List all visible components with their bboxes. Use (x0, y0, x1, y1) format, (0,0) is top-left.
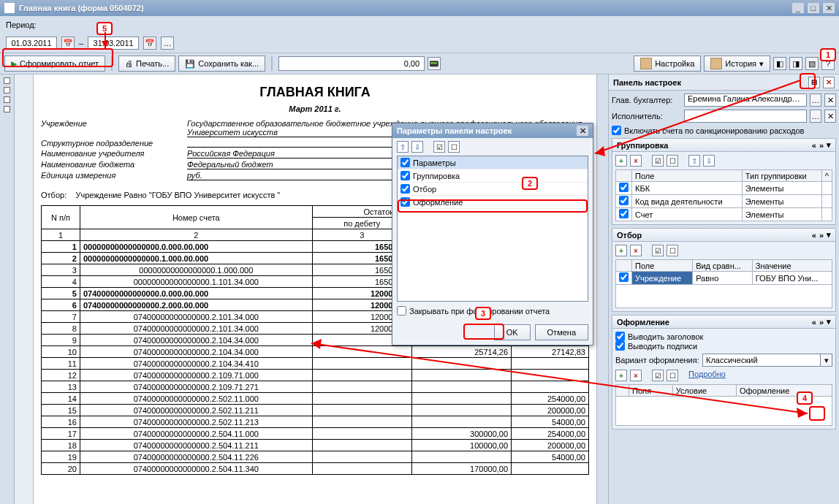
table-row[interactable]: 1407400000000000000.2.502.11.000254000,0… (42, 393, 589, 405)
include-sanc-checkbox[interactable] (612, 126, 621, 135)
table-row[interactable]: 1207400000000000000.2.109.71.000 (42, 370, 589, 381)
grouping-row[interactable]: Код вида деятельностиЭлементы (616, 195, 832, 208)
dialog-list-item[interactable]: Группировка (398, 169, 588, 183)
toolbar-extra-2[interactable]: ◨ (789, 57, 802, 70)
appearance-add-button[interactable]: + (615, 370, 627, 381)
filter-del-button[interactable]: × (630, 245, 642, 256)
inner-gutter[interactable] (15, 75, 34, 504)
filter-row-field[interactable]: Учреждение (632, 272, 693, 285)
grouping-check-button[interactable]: ☑ (652, 155, 664, 167)
filter-grid[interactable]: ПолеВид сравн...Значение Учреждение Равн… (615, 259, 832, 308)
print-button[interactable]: 🖨 Печать... (118, 56, 175, 72)
calendar-to-icon[interactable]: 📅 (143, 37, 156, 50)
filter-add-button[interactable]: + (615, 245, 627, 256)
grouping-row-checkbox[interactable] (619, 196, 629, 205)
history-button[interactable]: История ▾ (704, 56, 770, 72)
toolbar-extra-3[interactable]: ▧ (805, 57, 819, 70)
grouping-up-button[interactable]: ⇧ (688, 155, 700, 167)
dialog-list[interactable]: ПараметрыГруппировкаОтборОформление (397, 156, 588, 302)
grouping-add-button[interactable]: + (615, 155, 627, 167)
generate-report-button[interactable]: ▶ Сформировать отчет (4, 56, 105, 72)
exec-input[interactable] (684, 110, 807, 123)
grouping-row[interactable]: СчетЭлементы (616, 208, 832, 221)
table-row[interactable]: 1507400000000000000.2.502.11.211200000,0… (42, 405, 589, 416)
dlg-up-button[interactable]: ⇧ (397, 141, 409, 153)
appearance-del-button[interactable]: × (630, 370, 642, 381)
chief-clear-button[interactable]: ✕ (824, 93, 836, 107)
dialog-item-checkbox[interactable] (400, 158, 410, 167)
filter-row-comp[interactable]: Равно (693, 272, 753, 285)
nav-next-icon[interactable]: » (819, 141, 824, 150)
amount-input[interactable] (278, 56, 425, 71)
exec-clear-button[interactable]: ✕ (824, 110, 836, 123)
table-row[interactable]: 2007400000000000000.2.504.11.340170000,0… (42, 463, 589, 475)
settings-panel-close-icon[interactable]: ✕ (823, 77, 835, 88)
outline-gutter[interactable] (0, 75, 15, 504)
grouping-grid[interactable]: ПолеТип группировки^ КБКЭлементыКод вида… (615, 169, 832, 221)
calendar-from-icon[interactable]: 📅 (61, 37, 75, 50)
period-from-input[interactable] (6, 37, 57, 50)
period-to-input[interactable] (88, 37, 139, 50)
dialog-list-item[interactable]: Параметры (398, 156, 588, 169)
nav-prev-icon[interactable]: « (812, 318, 816, 327)
show-header-checkbox[interactable] (615, 332, 625, 341)
nav-prev-icon[interactable]: « (812, 141, 816, 150)
dialog-close-button[interactable]: ✕ (577, 126, 588, 136)
table-row[interactable]: 1107400000000000000.2.104.34.410 (42, 358, 589, 370)
filter-row-val[interactable]: ГОБУ ВПО Уни... (752, 272, 832, 285)
calc-icon[interactable]: 📟 (428, 57, 441, 70)
settings-panel-config-icon[interactable]: ⊞ (808, 77, 820, 88)
save-as-button[interactable]: 💾 Сохранить как... (178, 56, 265, 72)
chevron-down-icon[interactable]: ▾ (827, 230, 831, 240)
chief-ellipsis-button[interactable]: … (810, 93, 821, 107)
table-row[interactable]: 1807400000000000000.2.504.11.211100000,0… (42, 440, 589, 451)
minimize-button[interactable]: _ (792, 3, 804, 13)
maximize-button[interactable]: □ (808, 3, 819, 13)
grouping-down-button[interactable]: ⇩ (703, 155, 715, 167)
grouping-del-button[interactable]: × (630, 155, 642, 167)
close-button[interactable]: ✕ (823, 3, 835, 13)
detail-link[interactable]: Подробно (688, 370, 726, 381)
dlg-check-button[interactable]: ☑ (433, 141, 445, 153)
appearance-grid[interactable]: ПоляУсловиеОформление (615, 384, 832, 426)
dlg-down-button[interactable]: ⇩ (411, 141, 423, 153)
dialog-list-item[interactable]: Оформление (398, 196, 588, 209)
variant-dropdown-arrow[interactable]: ▾ (820, 354, 832, 366)
filter-row-checkbox[interactable] (619, 272, 629, 282)
dialog-list-item[interactable]: Отбор (398, 183, 588, 196)
dialog-item-checkbox[interactable] (400, 184, 410, 194)
chevron-down-icon[interactable]: ▾ (827, 140, 831, 150)
exec-ellipsis-button[interactable]: … (810, 110, 821, 123)
dialog-ok-button[interactable]: OK (494, 324, 531, 340)
toolbar-extra-1[interactable]: ◧ (773, 57, 786, 70)
chevron-down-icon[interactable]: ▾ (827, 317, 831, 327)
vertical-scrollbar[interactable] (596, 75, 608, 504)
dlg-uncheck-button[interactable]: ☐ (448, 141, 460, 153)
filter-row[interactable]: Учреждение Равно ГОБУ ВПО Уни... (616, 272, 832, 285)
nav-prev-icon[interactable]: « (812, 231, 816, 240)
nav-next-icon[interactable]: » (819, 231, 824, 240)
table-row[interactable]: 1007400000000000000.2.104.34.00025714,26… (42, 346, 589, 358)
appearance-uncheck-button[interactable]: ☐ (667, 370, 678, 381)
dialog-item-checkbox[interactable] (400, 197, 410, 207)
dialog-cancel-button[interactable]: Отмена (535, 324, 588, 340)
grouping-row-checkbox[interactable] (619, 209, 629, 218)
filter-uncheck-button[interactable]: ☐ (667, 245, 678, 256)
settings-button[interactable]: Настройка (634, 56, 701, 72)
help-button[interactable]: ? (821, 57, 835, 70)
grouping-row-checkbox[interactable] (619, 183, 629, 192)
table-row[interactable]: 1307400000000000000.2.109.71.271 (42, 381, 589, 393)
nav-next-icon[interactable]: » (819, 318, 824, 327)
close-on-generate-checkbox[interactable] (397, 306, 406, 316)
period-ellipsis-button[interactable]: … (161, 37, 174, 50)
table-row[interactable]: 1707400000000000000.2.504.11.000300000,0… (42, 428, 589, 440)
filter-check-button[interactable]: ☑ (652, 245, 664, 256)
table-row[interactable]: 1907400000000000000.2.504.11.22654000,00 (42, 451, 589, 463)
appearance-check-button[interactable]: ☑ (652, 370, 664, 381)
grouping-uncheck-button[interactable]: ☐ (667, 155, 678, 167)
table-row[interactable]: 1607400000000000000.2.502.11.21354000,00 (42, 416, 589, 428)
chief-input[interactable]: Еремина Галина Александровна (684, 93, 807, 107)
variant-dropdown[interactable]: Классический ▾ (702, 354, 832, 367)
show-signs-checkbox[interactable] (615, 341, 625, 351)
grouping-row[interactable]: КБКЭлементы (616, 182, 832, 195)
